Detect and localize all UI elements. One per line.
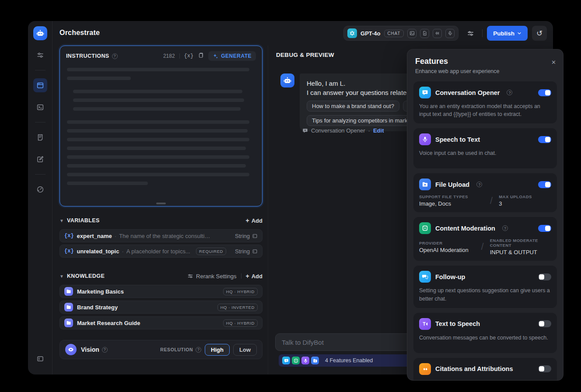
instructions-title: INSTRUCTIONS [66, 53, 109, 59]
knowledge-header: ▼ KNOWLEDGE Rerank Settings +Add [60, 271, 262, 281]
knowledge-name: Market Research Guide [77, 320, 140, 326]
history-icon[interactable]: ↺ [532, 26, 547, 41]
content-moderation-toggle[interactable] [538, 225, 551, 232]
knowledge-title: KNOWLEDGE [67, 273, 105, 279]
terminal-icon[interactable] [33, 100, 47, 114]
file-upload-toggle[interactable] [538, 181, 551, 188]
resolution-high-button[interactable]: High [205, 344, 230, 356]
log-icon[interactable] [33, 130, 47, 144]
header-divider [482, 29, 483, 37]
retrieval-badge: HQ · HYBRID [223, 319, 258, 327]
collapse-sidebar-icon[interactable] [33, 352, 47, 366]
follow-up-icon [419, 271, 431, 283]
generate-button[interactable]: GENERATE [208, 51, 256, 61]
conversation-opener-icon [282, 357, 290, 364]
opener-caption: Conversation Opener · Edit [302, 127, 384, 134]
annotation-icon[interactable] [33, 152, 47, 166]
help-icon[interactable]: ? [112, 53, 118, 59]
variables-title: VARIABLES [67, 217, 100, 224]
conversation-opener-toggle[interactable] [538, 89, 551, 96]
copy-icon[interactable] [198, 52, 204, 60]
feature-card-citations: Citations and Attributions Show source d… [413, 358, 557, 381]
feature-card-content-moderation: Content Moderation ? PROVIDER OpenAI Mod… [413, 217, 557, 261]
speech-to-text-icon [419, 133, 431, 145]
instructions-skeleton [66, 62, 256, 185]
audio-capability-icon [433, 29, 442, 38]
rail-divider [35, 70, 46, 70]
help-icon[interactable]: ? [102, 347, 108, 353]
citations-icon [419, 363, 431, 375]
feature-card-file-upload: File Upload ? SUPPORT FILE TYPES Image, … [413, 173, 557, 212]
file-upload-icon [419, 178, 431, 190]
string-type-icon [252, 233, 258, 239]
divider [241, 273, 242, 279]
retrieval-badge: HQ · HYBRID [223, 288, 258, 295]
char-count: 2182 [163, 53, 175, 59]
slash-divider: / [481, 241, 484, 252]
field-label: ENABLED MODERATE CONTENT [490, 238, 551, 248]
variable-name: expert_name [77, 233, 112, 239]
text-to-speech-icon [419, 318, 431, 330]
feature-title: File Upload [435, 181, 469, 188]
model-selector[interactable]: GPT-4o CHAT [343, 26, 458, 41]
knowledge-folder-icon [64, 318, 73, 327]
knowledge-row[interactable]: Market Research Guide HQ · HYBRID [60, 316, 262, 329]
chevron-down-icon [517, 31, 522, 35]
knowledge-row[interactable]: Brand Strategy HQ · INVERTED [60, 301, 262, 314]
help-icon[interactable]: ? [476, 182, 482, 187]
add-knowledge-button[interactable]: +Add [246, 273, 262, 280]
variable-row[interactable]: {x} unrelated_topic · A placeholder for … [60, 245, 262, 258]
feature-description: Setting up next questions suggestion can… [419, 287, 551, 302]
variable-token-icon: {x} [64, 248, 74, 254]
speech-to-text-icon [301, 357, 309, 364]
variable-token-icon: {x} [64, 233, 74, 239]
model-settings-icon[interactable] [463, 26, 478, 41]
field-value: Image, Docs [419, 200, 484, 207]
bot-avatar [280, 74, 294, 88]
instructions-panel[interactable]: INSTRUCTIONS ? 2182 {x} GENERATE [60, 46, 262, 206]
feature-fields: PROVIDER OpenAI Moderation / ENABLED MOD… [419, 238, 551, 256]
field-value: INPUT & OUTPUT [490, 249, 551, 256]
chevron-down-icon[interactable]: ▼ [60, 274, 64, 279]
rail-divider [35, 174, 46, 175]
chevron-down-icon[interactable]: ▼ [60, 218, 64, 223]
resize-handle[interactable] [156, 203, 166, 204]
citations-toggle[interactable] [538, 365, 551, 372]
sliders-icon [187, 273, 193, 279]
field-value: OpenAI Moderation [419, 247, 475, 253]
content-moderation-icon [419, 222, 431, 234]
follow-up-toggle[interactable] [538, 273, 551, 280]
rail-divider [35, 122, 46, 122]
field-value: 3 [499, 200, 532, 207]
add-variable-button[interactable]: +Add [246, 217, 262, 224]
document-capability-icon [420, 29, 429, 38]
header-actions: GPT-4o CHAT Publish [343, 26, 547, 41]
help-icon[interactable]: ? [502, 225, 508, 231]
monitor-gauge-icon[interactable] [33, 182, 47, 196]
features-panel-header: Features Enhance web app user experience… [407, 49, 563, 78]
resolution-low-button[interactable]: Low [233, 344, 257, 356]
variable-type: String [235, 248, 258, 255]
help-icon[interactable]: ? [196, 347, 201, 353]
edit-opener-link[interactable]: Edit [373, 127, 384, 134]
rerank-settings-button[interactable]: Rerank Settings [187, 273, 237, 280]
close-icon[interactable]: ✕ [551, 59, 556, 66]
feature-description: Conversation messages can be converted t… [419, 334, 551, 342]
speech-to-text-toggle[interactable] [538, 136, 551, 143]
app-robot-icon[interactable] [33, 26, 47, 40]
window-icon[interactable] [33, 78, 47, 92]
help-icon[interactable]: ? [507, 90, 512, 95]
suggestion-chip[interactable]: How to make a brand stand out? [307, 101, 399, 112]
sliders-icon[interactable] [33, 48, 47, 62]
insert-variable-icon[interactable]: {x} [184, 53, 194, 59]
publish-button[interactable]: Publish [487, 26, 528, 41]
text-to-speech-toggle[interactable] [538, 320, 551, 327]
left-rail [28, 21, 52, 374]
content-moderation-icon [292, 357, 300, 364]
features-card-list: Conversation Opener ? You are an entity … [407, 78, 563, 381]
variables-header: ▼ VARIABLES +Add [60, 215, 262, 226]
knowledge-row[interactable]: Marketing Basics HQ · HYBRID [60, 285, 262, 298]
feature-card-conversation-opener: Conversation Opener ? You are an entity … [413, 81, 557, 123]
variable-row[interactable]: {x} expert_name · The name of the strate… [60, 229, 262, 242]
suggestion-chip[interactable]: Tips for analyzing competitors in market [307, 115, 417, 126]
